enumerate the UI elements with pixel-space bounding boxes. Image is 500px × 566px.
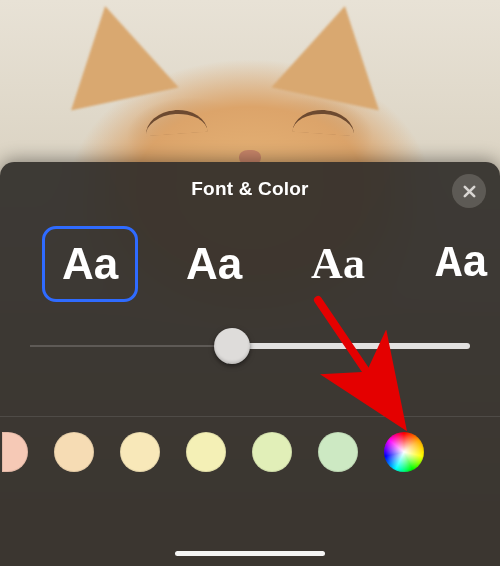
- color-swatch-3[interactable]: [120, 432, 160, 472]
- color-swatch-1[interactable]: [2, 432, 28, 472]
- custom-color-wheel[interactable]: [384, 432, 424, 472]
- font-option-4[interactable]: Aa: [414, 226, 500, 302]
- font-sample: Aa: [311, 242, 365, 286]
- home-indicator: [175, 551, 325, 556]
- sheet-title: Font & Color: [0, 178, 500, 200]
- font-options-row: Aa Aa Aa Aa: [0, 218, 500, 302]
- weight-slider[interactable]: [30, 326, 470, 366]
- font-color-sheet: Font & Color Aa Aa Aa Aa: [0, 162, 500, 566]
- font-sample: Aa: [186, 242, 242, 286]
- close-icon: [462, 184, 477, 199]
- slider-track-thin: [30, 346, 232, 347]
- color-swatch-6[interactable]: [318, 432, 358, 472]
- slider-track-thick: [232, 343, 470, 349]
- color-swatch-4[interactable]: [186, 432, 226, 472]
- color-swatch-5[interactable]: [252, 432, 292, 472]
- font-sample: Aa: [436, 242, 489, 286]
- font-option-2[interactable]: Aa: [166, 226, 262, 302]
- font-option-1[interactable]: Aa: [42, 226, 138, 302]
- color-swatch-2[interactable]: [54, 432, 94, 472]
- slider-knob[interactable]: [214, 328, 250, 364]
- section-divider: [0, 416, 500, 417]
- font-option-3[interactable]: Aa: [290, 226, 386, 302]
- color-swatch-row: [0, 432, 500, 472]
- close-button[interactable]: [452, 174, 486, 208]
- font-sample: Aa: [62, 242, 118, 286]
